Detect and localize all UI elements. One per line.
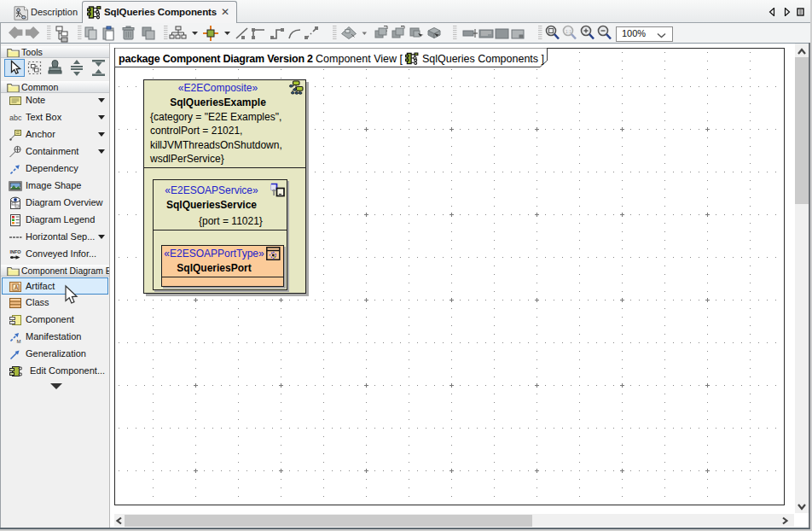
svg-text:INFO: INFO [10, 249, 22, 254]
svg-text:M: M [17, 339, 21, 344]
svg-text:abc: abc [9, 114, 22, 122]
svg-text:1:1: 1:1 [566, 29, 571, 34]
svg-text:A: A [14, 284, 19, 290]
